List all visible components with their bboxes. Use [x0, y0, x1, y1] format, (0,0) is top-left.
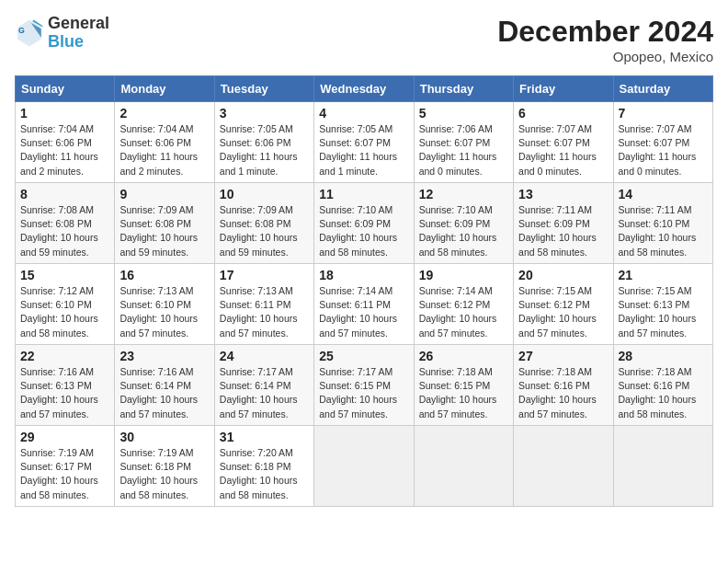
day-info: Sunrise: 7:11 AM Sunset: 6:10 PM Dayligh…: [619, 203, 708, 259]
calendar-day-24: 24Sunrise: 7:17 AM Sunset: 6:14 PM Dayli…: [214, 345, 313, 426]
empty-cell: [613, 426, 712, 507]
calendar-header-sunday: Sunday: [16, 76, 115, 102]
month-title: December 2024: [497, 15, 713, 49]
logo-icon: G: [15, 18, 44, 48]
day-info: Sunrise: 7:15 AM Sunset: 6:12 PM Dayligh…: [518, 284, 608, 340]
calendar-day-17: 17Sunrise: 7:13 AM Sunset: 6:11 PM Dayli…: [214, 264, 313, 345]
calendar-week-5: 29Sunrise: 7:19 AM Sunset: 6:17 PM Dayli…: [16, 426, 713, 507]
calendar-day-18: 18Sunrise: 7:14 AM Sunset: 6:11 PM Dayli…: [314, 264, 414, 345]
calendar-header-wednesday: Wednesday: [314, 76, 414, 102]
day-info: Sunrise: 7:12 AM Sunset: 6:10 PM Dayligh…: [20, 284, 109, 340]
calendar-week-3: 15Sunrise: 7:12 AM Sunset: 6:10 PM Dayli…: [16, 264, 713, 345]
day-number: 18: [319, 268, 408, 282]
calendar-day-9: 9Sunrise: 7:09 AM Sunset: 6:08 PM Daylig…: [115, 183, 214, 264]
svg-text:G: G: [18, 26, 25, 35]
calendar-table: SundayMondayTuesdayWednesdayThursdayFrid…: [15, 75, 713, 507]
day-number: 28: [619, 349, 708, 363]
day-number: 27: [518, 349, 608, 363]
day-info: Sunrise: 7:18 AM Sunset: 6:16 PM Dayligh…: [518, 365, 608, 421]
calendar-week-1: 1Sunrise: 7:04 AM Sunset: 6:06 PM Daylig…: [16, 102, 713, 183]
day-number: 13: [518, 187, 608, 201]
calendar-day-16: 16Sunrise: 7:13 AM Sunset: 6:10 PM Dayli…: [115, 264, 214, 345]
calendar-day-31: 31Sunrise: 7:20 AM Sunset: 6:18 PM Dayli…: [214, 426, 313, 507]
day-info: Sunrise: 7:14 AM Sunset: 6:12 PM Dayligh…: [419, 284, 508, 340]
calendar-day-5: 5Sunrise: 7:06 AM Sunset: 6:07 PM Daylig…: [414, 102, 513, 183]
calendar-day-6: 6Sunrise: 7:07 AM Sunset: 6:07 PM Daylig…: [514, 102, 613, 183]
empty-cell: [414, 426, 513, 507]
calendar-day-20: 20Sunrise: 7:15 AM Sunset: 6:12 PM Dayli…: [514, 264, 613, 345]
day-number: 3: [220, 106, 309, 121]
calendar-day-8: 8Sunrise: 7:08 AM Sunset: 6:08 PM Daylig…: [16, 183, 115, 264]
calendar-day-26: 26Sunrise: 7:18 AM Sunset: 6:15 PM Dayli…: [414, 345, 513, 426]
day-number: 16: [119, 268, 209, 282]
calendar-day-29: 29Sunrise: 7:19 AM Sunset: 6:17 PM Dayli…: [16, 426, 115, 507]
day-info: Sunrise: 7:05 AM Sunset: 6:06 PM Dayligh…: [220, 122, 309, 178]
day-info: Sunrise: 7:18 AM Sunset: 6:15 PM Dayligh…: [419, 365, 508, 421]
calendar-day-25: 25Sunrise: 7:17 AM Sunset: 6:15 PM Dayli…: [314, 345, 414, 426]
calendar-header-saturday: Saturday: [613, 76, 712, 102]
day-info: Sunrise: 7:20 AM Sunset: 6:18 PM Dayligh…: [220, 446, 309, 502]
day-number: 7: [619, 106, 708, 121]
page-header: G General Blue December 2024 Opopeo, Mex…: [15, 15, 713, 64]
day-info: Sunrise: 7:08 AM Sunset: 6:08 PM Dayligh…: [20, 203, 109, 259]
day-info: Sunrise: 7:04 AM Sunset: 6:06 PM Dayligh…: [20, 122, 109, 178]
calendar-day-14: 14Sunrise: 7:11 AM Sunset: 6:10 PM Dayli…: [613, 183, 712, 264]
day-number: 24: [220, 349, 309, 363]
logo: G General Blue: [15, 15, 109, 52]
day-number: 12: [419, 187, 508, 201]
calendar-day-22: 22Sunrise: 7:16 AM Sunset: 6:13 PM Dayli…: [16, 345, 115, 426]
calendar-day-2: 2Sunrise: 7:04 AM Sunset: 6:06 PM Daylig…: [115, 102, 214, 183]
day-number: 26: [419, 349, 508, 363]
calendar-header-friday: Friday: [514, 76, 613, 102]
day-number: 19: [419, 268, 508, 282]
day-info: Sunrise: 7:19 AM Sunset: 6:18 PM Dayligh…: [119, 446, 209, 502]
day-info: Sunrise: 7:16 AM Sunset: 6:13 PM Dayligh…: [20, 365, 109, 421]
logo-line2: Blue: [48, 33, 109, 52]
day-number: 1: [20, 106, 109, 121]
calendar-day-7: 7Sunrise: 7:07 AM Sunset: 6:07 PM Daylig…: [613, 102, 712, 183]
calendar-day-27: 27Sunrise: 7:18 AM Sunset: 6:16 PM Dayli…: [514, 345, 613, 426]
day-number: 29: [20, 430, 109, 444]
location: Opopeo, Mexico: [497, 49, 713, 64]
day-info: Sunrise: 7:10 AM Sunset: 6:09 PM Dayligh…: [419, 203, 508, 259]
calendar-day-3: 3Sunrise: 7:05 AM Sunset: 6:06 PM Daylig…: [214, 102, 313, 183]
calendar-week-2: 8Sunrise: 7:08 AM Sunset: 6:08 PM Daylig…: [16, 183, 713, 264]
calendar-day-28: 28Sunrise: 7:18 AM Sunset: 6:16 PM Dayli…: [613, 345, 712, 426]
calendar-day-23: 23Sunrise: 7:16 AM Sunset: 6:14 PM Dayli…: [115, 345, 214, 426]
calendar-day-12: 12Sunrise: 7:10 AM Sunset: 6:09 PM Dayli…: [414, 183, 513, 264]
calendar-day-21: 21Sunrise: 7:15 AM Sunset: 6:13 PM Dayli…: [613, 264, 712, 345]
logo-text: General Blue: [48, 15, 109, 52]
day-info: Sunrise: 7:17 AM Sunset: 6:14 PM Dayligh…: [220, 365, 309, 421]
day-number: 20: [518, 268, 608, 282]
day-number: 10: [220, 187, 309, 201]
day-number: 15: [20, 268, 109, 282]
day-info: Sunrise: 7:07 AM Sunset: 6:07 PM Dayligh…: [518, 122, 608, 178]
calendar-day-13: 13Sunrise: 7:11 AM Sunset: 6:09 PM Dayli…: [514, 183, 613, 264]
calendar-day-4: 4Sunrise: 7:05 AM Sunset: 6:07 PM Daylig…: [314, 102, 414, 183]
calendar-day-15: 15Sunrise: 7:12 AM Sunset: 6:10 PM Dayli…: [16, 264, 115, 345]
day-info: Sunrise: 7:13 AM Sunset: 6:11 PM Dayligh…: [220, 284, 309, 340]
day-info: Sunrise: 7:16 AM Sunset: 6:14 PM Dayligh…: [119, 365, 209, 421]
day-info: Sunrise: 7:09 AM Sunset: 6:08 PM Dayligh…: [220, 203, 309, 259]
day-number: 25: [319, 349, 408, 363]
day-number: 17: [220, 268, 309, 282]
day-number: 4: [319, 106, 408, 121]
calendar-day-19: 19Sunrise: 7:14 AM Sunset: 6:12 PM Dayli…: [414, 264, 513, 345]
day-number: 31: [220, 430, 309, 444]
day-info: Sunrise: 7:09 AM Sunset: 6:08 PM Dayligh…: [119, 203, 209, 259]
day-number: 11: [319, 187, 408, 201]
day-info: Sunrise: 7:11 AM Sunset: 6:09 PM Dayligh…: [518, 203, 608, 259]
day-info: Sunrise: 7:05 AM Sunset: 6:07 PM Dayligh…: [319, 122, 408, 178]
title-block: December 2024 Opopeo, Mexico: [497, 15, 713, 64]
day-info: Sunrise: 7:10 AM Sunset: 6:09 PM Dayligh…: [319, 203, 408, 259]
empty-cell: [514, 426, 613, 507]
calendar-header-monday: Monday: [115, 76, 214, 102]
calendar-header-thursday: Thursday: [414, 76, 513, 102]
day-number: 5: [419, 106, 508, 121]
empty-cell: [314, 426, 414, 507]
day-info: Sunrise: 7:17 AM Sunset: 6:15 PM Dayligh…: [319, 365, 408, 421]
calendar-header-row: SundayMondayTuesdayWednesdayThursdayFrid…: [16, 76, 713, 102]
day-info: Sunrise: 7:06 AM Sunset: 6:07 PM Dayligh…: [419, 122, 508, 178]
day-number: 21: [619, 268, 708, 282]
calendar-day-1: 1Sunrise: 7:04 AM Sunset: 6:06 PM Daylig…: [16, 102, 115, 183]
